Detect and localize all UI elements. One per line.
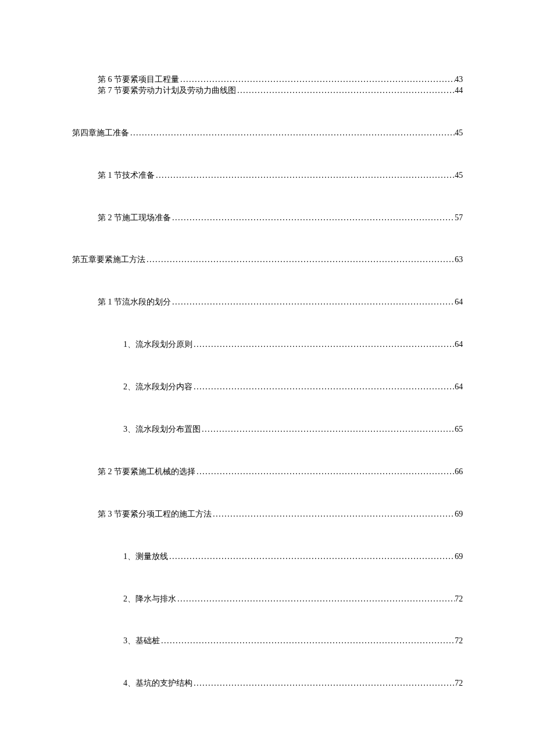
toc-leader-dots	[201, 424, 455, 435]
toc-entry-title: 3、流水段划分布置图	[123, 424, 201, 435]
toc-entry-title: 第 6 节要紧项目工程量	[98, 74, 179, 85]
toc-entry-title: 4、基坑的支护结构	[123, 678, 192, 689]
table-of-contents: 第 6 节要紧项目工程量43第 7 节要紧劳动力计划及劳动力曲线图44第四章施工…	[72, 74, 463, 689]
toc-leader-dots	[195, 467, 455, 478]
toc-leader-dots	[145, 255, 455, 266]
toc-entry-title: 第 3 节要紧分项工程的施工方法	[98, 509, 212, 520]
toc-leader-dots	[176, 594, 455, 605]
toc-entry-title: 第四章施工准备	[72, 128, 129, 139]
toc-entry: 第 2 节要紧施工机械的选择66	[98, 467, 463, 478]
toc-entry-page: 69	[455, 509, 463, 520]
toc-leader-dots	[236, 85, 455, 96]
toc-entry: 第 1 节技术准备45	[98, 170, 463, 181]
toc-entry-page: 64	[455, 297, 463, 308]
toc-entry: 3、基础桩72	[123, 636, 463, 647]
toc-entry-title: 1、流水段划分原则	[123, 339, 192, 350]
toc-entry-page: 64	[455, 339, 463, 350]
toc-entry: 4、基坑的支护结构72	[123, 678, 463, 689]
toc-entry-title: 第 2 节要紧施工机械的选择	[98, 467, 195, 478]
toc-leader-dots	[212, 509, 455, 520]
toc-entry: 第 6 节要紧项目工程量43	[98, 74, 463, 85]
toc-entry-title: 第 1 节技术准备	[98, 170, 155, 181]
toc-entry-page: 57	[455, 213, 463, 224]
toc-entry-page: 72	[455, 594, 463, 605]
toc-leader-dots	[192, 678, 455, 689]
toc-entry-page: 72	[455, 678, 463, 689]
toc-entry: 1、流水段划分原则64	[123, 339, 463, 350]
toc-leader-dots	[192, 339, 455, 350]
toc-leader-dots	[160, 636, 455, 647]
toc-entry-page: 63	[455, 255, 463, 266]
toc-entry-title: 1、测量放线	[123, 551, 168, 562]
toc-entry: 第四章施工准备45	[72, 128, 463, 139]
toc-entry-page: 43	[455, 74, 463, 85]
toc-entry-page: 72	[455, 636, 463, 647]
toc-entry: 第五章要紧施工方法63	[72, 255, 463, 266]
toc-entry: 2、降水与排水72	[123, 594, 463, 605]
toc-entry-title: 第五章要紧施工方法	[72, 255, 145, 266]
toc-leader-dots	[171, 297, 455, 308]
toc-leader-dots	[168, 551, 455, 562]
toc-entry-page: 65	[455, 424, 463, 435]
toc-entry-title: 第 2 节施工现场准备	[98, 213, 171, 224]
toc-entry-page: 45	[455, 170, 463, 181]
document-page: 第 6 节要紧项目工程量43第 7 节要紧劳动力计划及劳动力曲线图44第四章施工…	[0, 0, 535, 689]
toc-leader-dots	[171, 213, 455, 224]
toc-entry: 3、流水段划分布置图65	[123, 424, 463, 435]
toc-entry-page: 66	[455, 467, 463, 478]
toc-entry-title: 第 1 节流水段的划分	[98, 297, 171, 308]
toc-leader-dots	[179, 74, 455, 85]
toc-entry-title: 2、降水与排水	[123, 594, 176, 605]
toc-entry: 第 2 节施工现场准备57	[98, 213, 463, 224]
toc-entry: 第 3 节要紧分项工程的施工方法69	[98, 509, 463, 520]
toc-entry-page: 44	[455, 85, 463, 96]
toc-entry-page: 69	[455, 551, 463, 562]
toc-entry-title: 第 7 节要紧劳动力计划及劳动力曲线图	[98, 85, 236, 96]
toc-entry-title: 3、基础桩	[123, 636, 160, 647]
toc-entry-page: 45	[455, 128, 463, 139]
toc-leader-dots	[155, 170, 455, 181]
toc-entry: 第 7 节要紧劳动力计划及劳动力曲线图44	[98, 85, 463, 96]
toc-entry: 2、流水段划分内容64	[123, 382, 463, 393]
toc-leader-dots	[129, 128, 455, 139]
toc-entry-title: 2、流水段划分内容	[123, 382, 192, 393]
toc-leader-dots	[192, 382, 455, 393]
toc-entry: 1、测量放线69	[123, 551, 463, 562]
toc-entry-page: 64	[455, 382, 463, 393]
toc-entry: 第 1 节流水段的划分64	[98, 297, 463, 308]
